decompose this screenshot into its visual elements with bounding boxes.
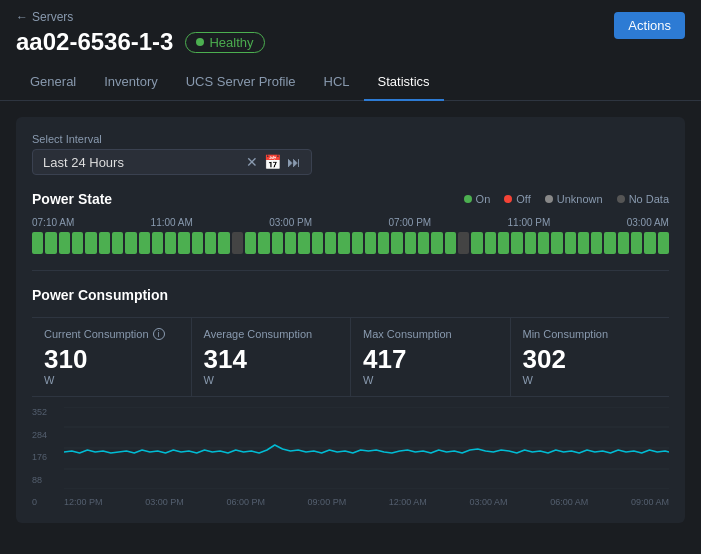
metric-min-unit: W: [523, 374, 658, 386]
legend-off: Off: [504, 193, 530, 205]
server-title-row: aa02-6536-1-3 Healthy: [16, 28, 685, 56]
y-label-3: 88: [32, 475, 60, 485]
metric-average-unit: W: [204, 374, 339, 386]
metric-average: Average Consumption 314 W: [192, 318, 352, 396]
select-interval-section: Select Interval Last 24 Hours ✕ 📅 ⏭: [32, 133, 669, 175]
metric-min-label: Min Consumption: [523, 328, 658, 340]
calendar-icon[interactable]: 📅: [264, 154, 281, 170]
tab-general[interactable]: General: [16, 64, 90, 101]
actions-button[interactable]: Actions: [614, 12, 685, 39]
timeline-segment: [139, 232, 150, 254]
y-label-0: 352: [32, 407, 60, 417]
nav-tabs: General Inventory UCS Server Profile HCL…: [0, 64, 701, 101]
timeline-segment: [258, 232, 269, 254]
x-label-5: 03:00 AM: [470, 497, 508, 507]
power-consumption-title: Power Consumption: [32, 287, 669, 303]
timeline-segment: [32, 232, 43, 254]
healthy-label: Healthy: [209, 35, 253, 50]
server-name: aa02-6536-1-3: [16, 28, 173, 56]
timeline-segment: [285, 232, 296, 254]
timeline-segment: [658, 232, 669, 254]
power-state-header: Power State On Off Unknown: [32, 191, 669, 207]
timeline-segment: [405, 232, 416, 254]
x-label-0: 12:00 PM: [64, 497, 103, 507]
timeline-segment: [312, 232, 323, 254]
timeline-segment: [325, 232, 336, 254]
metric-max-label: Max Consumption: [363, 328, 498, 340]
timeline-segment: [205, 232, 216, 254]
timeline-segment: [99, 232, 110, 254]
timeline-labels: 07:10 AM 11:00 AM 03:00 PM 07:00 PM 11:0…: [32, 217, 669, 228]
timeline-label-4: 11:00 PM: [508, 217, 551, 228]
y-label-1: 284: [32, 430, 60, 440]
timeline-segment: [431, 232, 442, 254]
back-label: Servers: [32, 10, 73, 24]
metric-current-value: 310: [44, 346, 179, 372]
back-arrow-icon: ←: [16, 10, 28, 24]
x-label-7: 09:00 AM: [631, 497, 669, 507]
metric-current-unit: W: [44, 374, 179, 386]
tab-inventory[interactable]: Inventory: [90, 64, 171, 101]
timeline-label-5: 03:00 AM: [627, 217, 669, 228]
timeline-segment: [112, 232, 123, 254]
timeline-label-0: 07:10 AM: [32, 217, 74, 228]
tab-hcl[interactable]: HCL: [310, 64, 364, 101]
legend-nodata-dot: [617, 195, 625, 203]
legend-nodata-label: No Data: [629, 193, 669, 205]
tab-statistics[interactable]: Statistics: [364, 64, 444, 101]
metric-current: Current Consumption i 310 W: [32, 318, 192, 396]
metric-min: Min Consumption 302 W: [511, 318, 670, 396]
power-state-timeline: 07:10 AM 11:00 AM 03:00 PM 07:00 PM 11:0…: [32, 217, 669, 254]
timeline-segment: [298, 232, 309, 254]
header: ← Servers aa02-6536-1-3 Healthy Actions: [0, 0, 701, 56]
section-divider: [32, 270, 669, 271]
back-link[interactable]: ← Servers: [16, 10, 685, 24]
clock-icon[interactable]: ⏭: [287, 154, 301, 170]
timeline-segment: [565, 232, 576, 254]
metric-average-value: 314: [204, 346, 339, 372]
timeline-segment: [604, 232, 615, 254]
timeline-segment: [498, 232, 509, 254]
timeline-segment: [471, 232, 482, 254]
timeline-segment: [591, 232, 602, 254]
legend-nodata: No Data: [617, 193, 669, 205]
legend-unknown-label: Unknown: [557, 193, 603, 205]
healthy-badge: Healthy: [185, 32, 264, 53]
timeline-label-3: 07:00 PM: [388, 217, 431, 228]
timeline-segment: [165, 232, 176, 254]
chart-svg: [64, 407, 669, 489]
tab-ucs-server-profile[interactable]: UCS Server Profile: [172, 64, 310, 101]
legend-on-label: On: [476, 193, 491, 205]
main-content: Select Interval Last 24 Hours ✕ 📅 ⏭ Powe…: [0, 101, 701, 539]
timeline-segment: [538, 232, 549, 254]
power-state-title: Power State: [32, 191, 112, 207]
timeline-segment: [458, 232, 469, 254]
timeline-segment: [445, 232, 456, 254]
timeline-segment: [125, 232, 136, 254]
timeline-segment: [352, 232, 363, 254]
info-icon: i: [153, 328, 165, 340]
select-interval-label: Select Interval: [32, 133, 669, 145]
legend-on: On: [464, 193, 491, 205]
metric-max-value: 417: [363, 346, 498, 372]
power-state-section: Power State On Off Unknown: [32, 191, 669, 254]
consumption-metrics: Current Consumption i 310 W Average Cons…: [32, 317, 669, 397]
chart-x-labels: 12:00 PM 03:00 PM 06:00 PM 09:00 PM 12:0…: [64, 497, 669, 507]
timeline-segment: [644, 232, 655, 254]
timeline-segment: [178, 232, 189, 254]
x-label-3: 09:00 PM: [308, 497, 347, 507]
metric-max-unit: W: [363, 374, 498, 386]
timeline-segment: [631, 232, 642, 254]
timeline-bar: [32, 232, 669, 254]
power-consumption-section: Power Consumption Current Consumption i …: [32, 287, 669, 507]
power-consumption-chart: 352 284 176 88 0: [32, 407, 669, 507]
timeline-segment: [618, 232, 629, 254]
statistics-card: Select Interval Last 24 Hours ✕ 📅 ⏭ Powe…: [16, 117, 685, 523]
interval-input-row[interactable]: Last 24 Hours ✕ 📅 ⏭: [32, 149, 312, 175]
interval-clear-icon[interactable]: ✕: [246, 154, 258, 170]
legend-unknown-dot: [545, 195, 553, 203]
timeline-segment: [378, 232, 389, 254]
metric-min-value: 302: [523, 346, 658, 372]
timeline-label-2: 03:00 PM: [269, 217, 312, 228]
timeline-segment: [85, 232, 96, 254]
